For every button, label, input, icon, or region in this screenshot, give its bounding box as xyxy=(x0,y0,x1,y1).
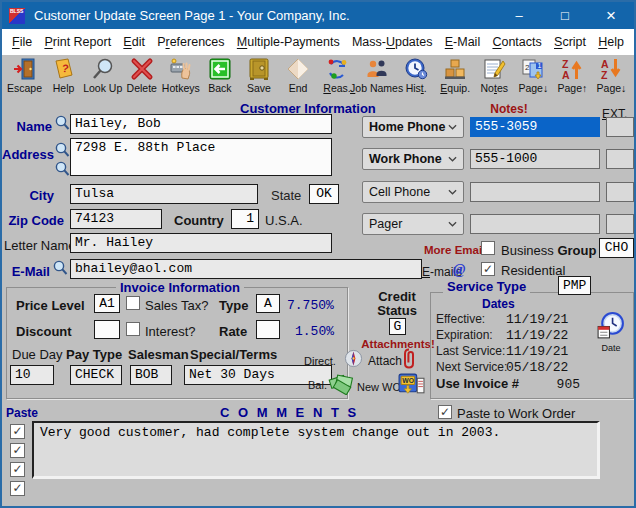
toolbar-label-help: Help xyxy=(53,82,75,94)
chevron-down-icon xyxy=(448,156,457,162)
sales-tax-checkbox[interactable] xyxy=(126,296,140,310)
phone-ext-input-0[interactable] xyxy=(606,117,634,137)
phone-ext-input-2[interactable] xyxy=(606,182,634,202)
name-input[interactable]: Hailey, Bob xyxy=(70,114,332,134)
address2-search-icon[interactable] xyxy=(54,161,70,177)
state-label: State xyxy=(271,188,301,203)
letter-name-input[interactable]: Mr. Hailey xyxy=(70,233,332,253)
toolbar-page-down-goto[interactable]: 21Page↓ xyxy=(514,56,553,100)
paste-to-work-order-label: Paste to Work Order xyxy=(457,406,575,421)
comment-row-checkbox-1[interactable]: ✓ xyxy=(10,443,25,458)
toolbar-page-up[interactable]: ZAPage↑ xyxy=(553,56,592,100)
discount-input[interactable] xyxy=(94,320,120,339)
menu-file[interactable]: File xyxy=(12,35,32,49)
directions-compass-icon[interactable] xyxy=(344,349,363,368)
pay-type-input[interactable]: CHECK xyxy=(70,365,122,385)
group-input[interactable]: CHO xyxy=(599,238,634,258)
phone-ext-input-1[interactable] xyxy=(606,149,634,169)
interest-rate-value: 1.50% xyxy=(295,324,334,339)
menu-edit[interactable]: Edit xyxy=(123,35,145,49)
country-input[interactable]: 1 xyxy=(231,209,259,229)
residential-checkbox[interactable]: ✓ xyxy=(481,262,495,276)
toolbar-delete[interactable]: Delete xyxy=(122,56,161,100)
address-input[interactable]: 7298 E. 88th Place xyxy=(70,138,332,176)
toolbar-label-notes: Notes xyxy=(481,82,508,94)
email-input[interactable]: bhailey@aol.com xyxy=(70,259,422,279)
new-work-order-icon[interactable]: WO xyxy=(398,372,425,397)
toolbar-notes[interactable]: Notes xyxy=(475,56,514,100)
phone-type-select-pager[interactable]: Pager xyxy=(362,213,464,235)
menu-contacts[interactable]: Contacts xyxy=(492,35,541,49)
interest-checkbox[interactable] xyxy=(126,322,140,336)
menu-multiple-payments[interactable]: Multiple-Payments xyxy=(237,35,340,49)
business-checkbox[interactable] xyxy=(481,241,495,255)
price-level-input[interactable]: A1 xyxy=(94,294,120,313)
emails-at-icon[interactable]: @ xyxy=(453,260,470,277)
toolbar-end[interactable]: End xyxy=(278,56,317,100)
phone-ext-input-3[interactable] xyxy=(606,214,634,234)
discount-label: Discount xyxy=(16,324,72,339)
toolbar-escape[interactable]: Escape xyxy=(5,56,44,100)
country-label: Country xyxy=(174,213,224,228)
menu-help[interactable]: Help xyxy=(598,35,624,49)
toolbar-label-delete: Delete xyxy=(127,82,157,94)
toolbar-job-names[interactable]: Job Names xyxy=(357,56,397,100)
attach-label: Attach xyxy=(368,354,402,368)
phone-number-input-3[interactable] xyxy=(470,214,600,234)
notes-alert[interactable]: Notes! xyxy=(466,102,552,116)
toolbar-page-down[interactable]: AZPage↓ xyxy=(592,56,631,100)
name-search-icon[interactable] xyxy=(54,115,70,131)
paste-to-work-order-checkbox[interactable]: ✓ xyxy=(438,405,452,419)
zip-input[interactable]: 74123 xyxy=(70,209,162,229)
menu-script[interactable]: Script xyxy=(554,35,586,49)
credit-status-input[interactable]: G xyxy=(389,318,406,335)
close-button[interactable]: × xyxy=(588,2,634,29)
chevron-down-icon xyxy=(448,189,457,195)
tax-type-input[interactable]: A xyxy=(256,294,280,313)
toolbar-hotkeys[interactable]: Hotkeys xyxy=(161,56,200,100)
salesman-input[interactable]: BOB xyxy=(130,365,172,385)
menu-print-report[interactable]: Print Report xyxy=(44,35,111,49)
new-wo-label: New WO xyxy=(357,381,401,393)
door-icon xyxy=(13,57,37,82)
toolbar-back[interactable]: Back xyxy=(200,56,239,100)
due-day-input[interactable]: 10 xyxy=(10,365,54,385)
comment-row-checkbox-2[interactable]: ✓ xyxy=(10,462,25,477)
state-input[interactable]: OK xyxy=(309,184,339,204)
phone-number-input-2[interactable] xyxy=(470,182,600,202)
comments-textarea[interactable]: Very good customer, had complete system … xyxy=(32,421,600,479)
minimize-button[interactable]: – xyxy=(496,2,542,29)
city-input[interactable]: Tulsa xyxy=(70,184,258,204)
address-search-icon[interactable] xyxy=(54,142,70,158)
comment-row-checkbox-3[interactable]: ✓ xyxy=(10,481,25,496)
group-label: Group xyxy=(557,243,596,258)
toolbar-look-up[interactable]: Look Up xyxy=(83,56,122,100)
maximize-button[interactable]: □ xyxy=(542,2,588,29)
toolbar-hist[interactable]: Hist. xyxy=(397,56,436,100)
email-search-icon[interactable] xyxy=(52,260,68,276)
safe-icon xyxy=(247,57,271,82)
equip-boxes-icon xyxy=(443,57,467,82)
menu-preferences[interactable]: Preferences xyxy=(157,35,224,49)
service-type-input[interactable]: PMP xyxy=(558,276,591,295)
menu-e-mail[interactable]: E-Mail xyxy=(445,35,480,49)
menu-mass-updates[interactable]: Mass-Updates xyxy=(352,35,433,49)
phone-type-select-work-phone[interactable]: Work Phone xyxy=(362,148,464,170)
toolbar-help[interactable]: ?Help xyxy=(44,56,83,100)
toolbar-equip[interactable]: Equip. xyxy=(436,56,475,100)
toolbar-label-hotkeys: Hotkeys xyxy=(162,82,200,94)
date-calendar-icon[interactable] xyxy=(595,311,626,342)
attach-paperclip-icon[interactable] xyxy=(402,347,416,370)
comment-row-checkbox-0[interactable]: ✓ xyxy=(10,424,25,439)
rate-input[interactable] xyxy=(256,320,280,339)
toolbar-save[interactable]: Save xyxy=(239,56,278,100)
phone-number-input-1[interactable]: 555-1000 xyxy=(470,149,600,169)
phone-type-select-home-phone[interactable]: Home Phone xyxy=(362,116,464,138)
phone-type-select-cell-phone[interactable]: Cell Phone xyxy=(362,181,464,203)
service-date-label-next-service: Next Service: xyxy=(436,360,507,374)
svg-text:Z: Z xyxy=(601,69,608,81)
balance-money-icon[interactable] xyxy=(328,371,356,395)
phone-number-input-0[interactable]: 555-3059 xyxy=(470,117,600,137)
window-controls: – □ × xyxy=(496,2,634,29)
date-icon-label: Date xyxy=(594,343,628,353)
